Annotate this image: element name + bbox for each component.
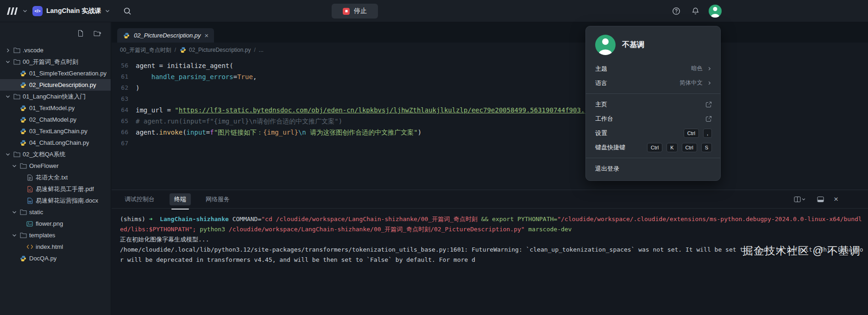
chevron-down-icon[interactable]: [5, 94, 11, 99]
file-tree-item-f2[interactable]: 02_PictureDescription.py: [0, 79, 111, 91]
help-icon: [672, 7, 680, 15]
panel-tab-terminal[interactable]: 终端: [170, 193, 191, 205]
python-file-icon: [19, 255, 27, 262]
file-tree-item-f9[interactable]: 易速鲜花运营指南.docx: [0, 195, 111, 206]
file-tree-item-ch02[interactable]: 02_文档QA系统: [0, 148, 111, 160]
terminal-layout-button[interactable]: [792, 194, 808, 204]
external-link-icon: [705, 101, 712, 108]
help-button[interactable]: [670, 5, 682, 17]
file-tree-item-label: 01_TextModel.py: [29, 105, 75, 111]
breadcrumb-item[interactable]: ...: [259, 47, 264, 53]
menu-item-label: 语言: [595, 79, 607, 87]
file-tree-item-f4[interactable]: 02_ChatModel.py: [0, 114, 111, 125]
breadcrumb-separator: /: [175, 47, 176, 53]
panel-tabs: 调试控制台终端网络服务: [120, 193, 234, 205]
breadcrumb: 00_开篇词_奇点时刻/02_PictureDescription.py/...: [112, 43, 868, 57]
file-tree-item-label: 04_ChatLongChain.py: [29, 139, 89, 146]
file-tree-item-f1[interactable]: 01_SimpleTextGeneration.py: [0, 68, 111, 79]
user-menu-items: 主题暗色语言简体中文主页工作台设置Ctrl,键盘快捷键CtrlKCtrlS退出登…: [586, 62, 720, 176]
file-tree-item-f10[interactable]: flower.png: [0, 218, 111, 229]
file-tree-item-f8[interactable]: 易速鲜花员工手册.pdf: [0, 183, 111, 195]
file-tree-item-f7[interactable]: 花语大全.txt: [0, 172, 111, 183]
folder-icon: [19, 163, 27, 169]
file-tree-item-f12[interactable]: DocQA.py: [0, 253, 111, 264]
file-tree-item-label: index.html: [36, 243, 63, 250]
search-icon: [123, 7, 132, 15]
close-icon[interactable]: [205, 32, 209, 39]
stop-button[interactable]: 停止: [332, 4, 378, 19]
menu-item-logout[interactable]: 退出登录: [586, 161, 720, 176]
chevron-down-icon[interactable]: [5, 152, 11, 157]
project-switcher[interactable]: LangChain 实战课: [32, 6, 110, 16]
python-file-icon: [19, 70, 27, 77]
breadcrumb-item[interactable]: 00_开篇词_奇点时刻: [120, 46, 171, 54]
folder-icon: [13, 47, 20, 53]
folder-icon: [19, 232, 27, 238]
file-tree-item-f11[interactable]: index.html: [0, 241, 111, 253]
new-folder-button[interactable]: [92, 28, 103, 39]
chevron-down-icon[interactable]: [5, 59, 11, 65]
file-tree-item-label: 02_ChatModel.py: [29, 116, 76, 123]
project-icon: [32, 6, 43, 16]
chevron-right-icon[interactable]: [5, 48, 11, 53]
editor-tab-label: 02_PictureDescription.py: [134, 32, 201, 39]
file-tree: .vscode00_开篇词_奇点时刻01_SimpleTextGeneratio…: [0, 44, 111, 264]
python-file-icon: [123, 32, 130, 39]
panel-tab-network-service[interactable]: 网络服务: [201, 193, 234, 205]
menu-item-workspace[interactable]: 工作台: [586, 111, 720, 126]
file-tree-item-vscode[interactable]: .vscode: [0, 44, 111, 56]
line-number: 61: [112, 71, 136, 82]
code-text: ): [136, 82, 139, 93]
file-tree-item-ch00[interactable]: 00_开篇词_奇点时刻: [0, 56, 111, 68]
code-line: 65# agent.run(input=f"{img_url}\n请创作合适的中…: [112, 116, 868, 127]
panel-tab-debug-console[interactable]: 调试控制台: [120, 193, 159, 205]
bell-icon: [692, 7, 699, 15]
menu-item-settings[interactable]: 设置Ctrl,: [586, 126, 720, 140]
code-view[interactable]: 56agent = initialize_agent(61 handle_par…: [112, 57, 868, 149]
file-tree-item-label: 易速鲜花员工手册.pdf: [36, 185, 94, 193]
new-file-button[interactable]: [75, 28, 86, 39]
user-menu-dropdown: 不基调 主题暗色语言简体中文主页工作台设置Ctrl,键盘快捷键CtrlKCtrl…: [585, 26, 721, 181]
topbar-left: LangChain 实战课: [6, 5, 133, 17]
terminal-line: 正在初始化图像字幕生成模型...: [120, 235, 863, 245]
file-tree-item-label: 01_LangChain快速入门: [23, 93, 86, 101]
editor-tab[interactable]: 02_PictureDescription.py: [117, 28, 214, 43]
chevron-down-icon[interactable]: [11, 210, 17, 215]
python-file-icon: [19, 117, 27, 123]
app-menu-chevron-icon[interactable]: [22, 8, 28, 14]
breadcrumb-item[interactable]: 02_PictureDescription.py: [179, 47, 251, 53]
file-tree-item-templates[interactable]: templates: [0, 229, 111, 241]
file-tree-item-f5[interactable]: 03_TextLangChain.py: [0, 125, 111, 137]
app-logo[interactable]: [6, 7, 18, 15]
python-file-icon: [19, 140, 27, 146]
python-file-icon: [19, 82, 27, 88]
folder-icon: [13, 151, 20, 157]
new-folder-icon: [94, 30, 101, 37]
file-tree-item-static[interactable]: static: [0, 206, 111, 218]
chevron-down-icon[interactable]: [11, 233, 17, 238]
file-tree-item-oneflower[interactable]: OneFlower: [0, 160, 111, 172]
menu-item-home[interactable]: 主页: [586, 97, 720, 111]
chevron-down-icon[interactable]: [11, 163, 17, 169]
panel-layout-icon: [817, 196, 824, 203]
folder-icon: [13, 59, 20, 65]
file-tree-item-ch01[interactable]: 01_LangChain快速入门: [0, 91, 111, 102]
file-tree-item-label: flower.png: [36, 220, 63, 227]
close-panel-icon[interactable]: [834, 195, 838, 203]
file-explorer: .vscode00_开篇词_奇点时刻01_SimpleTextGeneratio…: [0, 22, 111, 315]
menu-item-language[interactable]: 语言简体中文: [586, 76, 720, 90]
file-tree-item-f3[interactable]: 01_TextModel.py: [0, 102, 111, 114]
user-avatar[interactable]: [709, 5, 722, 18]
menu-item-keyboard-shortcuts[interactable]: 键盘快捷键CtrlKCtrlS: [586, 140, 720, 154]
file-tree-item-label: DocQA.py: [29, 255, 57, 262]
code-line: 62): [112, 82, 868, 93]
terminal-line: (shims) ➜ LangChain-shizhanke COMMAND="c…: [120, 214, 863, 235]
shortcut-key: S: [701, 143, 712, 152]
menu-item-theme[interactable]: 主题暗色: [586, 62, 720, 76]
search-button[interactable]: [121, 5, 133, 17]
code-text: handle_parsing_errors=True,: [136, 71, 257, 82]
notifications-button[interactable]: [690, 5, 701, 17]
user-name: 不基调: [622, 40, 644, 50]
file-tree-item-f6[interactable]: 04_ChatLongChain.py: [0, 137, 111, 148]
maximize-panel-button[interactable]: [815, 194, 826, 204]
